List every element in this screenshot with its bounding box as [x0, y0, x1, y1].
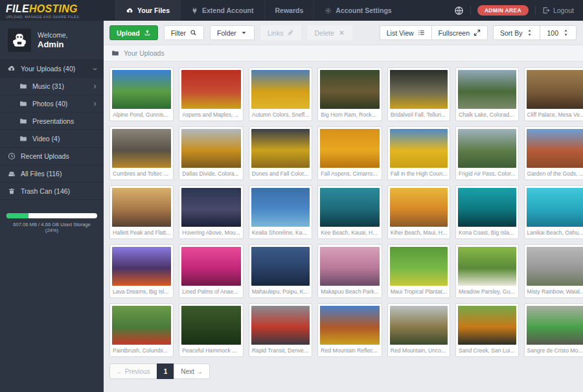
upload-card[interactable]: Sand Creek, San Lui... — [455, 303, 518, 357]
upload-card[interactable]: Chalk Lake, Colorad... — [455, 67, 518, 121]
folder-icon — [19, 82, 27, 90]
upload-card[interactable]: Frigid Air Pass, Color... — [455, 126, 518, 180]
upload-card[interactable]: Dallas Divide, Colora... — [179, 126, 243, 180]
upload-card[interactable]: Cumbres and Toltec ... — [109, 126, 174, 180]
upload-card[interactable]: Autumn Colors, Sneff... — [249, 67, 313, 121]
upload-card[interactable]: Red Mountain, Unco... — [387, 303, 450, 357]
upload-title: Kihei Beach, Maui, H... — [390, 227, 448, 236]
upload-card[interactable]: Alpine Pond, Gunnis... — [109, 67, 174, 121]
sidebar-item-label: Photos (40) — [32, 100, 67, 108]
upload-title: Kona Coast, Big Isla... — [458, 227, 516, 236]
sidebar-menu-item[interactable]: Presentations — [0, 113, 104, 130]
toolbar-button[interactable]: Delete — [307, 25, 352, 40]
upload-card[interactable]: Red Mountain Reflec... — [317, 303, 382, 357]
upload-thumbnail — [320, 188, 379, 227]
upload-card[interactable]: Rapid Transit, Denve... — [249, 303, 313, 357]
app-logo[interactable]: FILEHOSTING UPLOAD, MANAGE AND SHARE FIL… — [0, 0, 104, 21]
upload-card[interactable]: Lined Palms of Anae... — [179, 244, 243, 298]
toolbar-button[interactable]: Folder — [210, 25, 255, 40]
upload-thumbnail — [181, 70, 240, 109]
upload-card[interactable]: Kealia Shoreline, Ka... — [249, 185, 313, 239]
upload-thumbnail — [251, 247, 310, 286]
upload-card[interactable]: Misty Rainbow, Waial... — [524, 244, 583, 298]
upload-card[interactable]: Paintbrush, Columbi... — [109, 303, 174, 357]
upload-card[interactable]: Kona Coast, Big Isla... — [455, 185, 518, 239]
upload-card[interactable]: Mahaulepu, Poipu, K... — [249, 244, 313, 298]
toolbar-button[interactable]: Upload — [109, 25, 158, 40]
nav-item[interactable]: Extend Account — [180, 0, 264, 21]
nav-item-label: Extend Account — [202, 6, 254, 14]
sidebar-menu-item[interactable]: Recent Uploads — [0, 148, 104, 165]
toolbar-button[interactable]: Filter — [164, 25, 204, 40]
upload-card[interactable]: Aspens and Maples, ... — [179, 67, 243, 121]
sidebar-menu-item[interactable]: Photos (40) — [0, 95, 104, 113]
upload-title: Lava Dreams, Big Isl... — [112, 286, 171, 295]
toolbar-button-label: Sort By — [500, 29, 522, 37]
upload-title: Kealia Shoreline, Ka... — [251, 227, 310, 236]
upload-card[interactable]: Kee Beach, Kauai, H... — [317, 185, 382, 239]
upload-thumbnail — [527, 129, 583, 168]
upload-card[interactable]: Hallett Peak and Flatt... — [109, 185, 174, 239]
upload-thumbnail — [320, 306, 379, 345]
sidebar-menu-item[interactable]: Video (4) — [0, 130, 104, 148]
sort-icon — [526, 29, 533, 36]
upload-card[interactable]: Meadow Parsley, Gu... — [455, 244, 518, 298]
x-icon — [338, 29, 345, 36]
upload-title: Rapid Transit, Denve... — [251, 345, 310, 354]
upload-title: Red Mountain Reflec... — [320, 345, 379, 354]
admin-area-badge[interactable]: ADMIN AREA — [477, 5, 529, 16]
storage-label: 607.06 MB / 4.66 GB Used Storage (24%) — [6, 222, 97, 233]
clock-icon — [8, 152, 16, 160]
upload-thumbnail — [320, 247, 379, 286]
pagination-previous-button[interactable]: ← Previous — [109, 363, 157, 379]
upload-card[interactable]: Garden of the Gods, ... — [524, 126, 583, 180]
pagination-next-button[interactable]: Next → — [174, 363, 209, 379]
sidebar-menu-item[interactable]: All Files (116) — [0, 165, 104, 183]
language-globe-icon[interactable] — [454, 6, 464, 16]
upload-card[interactable]: Dunes and Fall Color... — [249, 126, 313, 180]
toolbar-button[interactable]: Links — [260, 25, 302, 40]
cloud-upload-icon — [8, 65, 16, 73]
upload-title: Sand Creek, San Lui... — [458, 345, 516, 354]
upload-thumbnail — [458, 70, 516, 109]
drive-icon — [8, 170, 16, 178]
nav-item-label: Account Settings — [336, 6, 391, 14]
toolbar-button[interactable]: 100 — [540, 25, 577, 40]
upload-card[interactable]: Hovering Above, Mou... — [179, 185, 243, 239]
toolbar-button[interactable]: List View — [380, 25, 432, 40]
upload-card[interactable]: Cliff Palace, Mesa Ve... — [524, 67, 583, 121]
upload-card[interactable]: Kihei Beach, Maui, H... — [387, 185, 450, 239]
upload-title: Chalk Lake, Colorad... — [458, 109, 516, 119]
nav-item[interactable]: Rewards — [264, 0, 314, 21]
upload-card[interactable]: Peaceful Hammock ... — [179, 303, 243, 357]
sidebar-menu-item[interactable]: Your Uploads (40) — [0, 60, 104, 78]
nav-item[interactable]: Account Settings — [314, 0, 402, 21]
sort-icon — [562, 29, 569, 36]
upload-thumbnail — [181, 188, 240, 227]
nav-item[interactable]: Your Files — [115, 0, 180, 21]
pagination-page-1-button[interactable]: 1 — [157, 363, 175, 379]
upload-thumbnail — [527, 306, 583, 345]
upload-title: Meadow Parsley, Gu... — [458, 286, 516, 295]
upload-title: Hovering Above, Mou... — [181, 227, 240, 236]
upload-card[interactable]: Makapuu Beach Park... — [317, 244, 382, 298]
upload-card[interactable]: Fall Aspens, Cimarro... — [317, 126, 382, 180]
upload-card[interactable]: Bridalveil Fall, Telluri... — [387, 67, 450, 121]
logout-button[interactable]: Logout — [542, 6, 574, 14]
upload-card[interactable]: Lanikai Beach, Oahu... — [524, 185, 583, 239]
caret-down-icon — [240, 29, 247, 36]
upload-card[interactable]: Sangre de Cristo Mo... — [524, 303, 583, 357]
sidebar-menu-item[interactable]: Music (31) — [0, 78, 104, 95]
toolbar-button[interactable]: Sort By — [493, 25, 540, 40]
upload-card[interactable]: Big Horn Ram, Rock... — [317, 67, 382, 121]
upload-card[interactable]: Fall in the High Coun... — [387, 126, 450, 180]
sidebar: Welcome, Admin Your Uploads (40) Music (… — [0, 21, 104, 392]
gear-icon — [325, 7, 332, 14]
search-icon — [190, 29, 197, 36]
upload-card[interactable]: Maui Tropical Plantat... — [387, 244, 450, 298]
upload-title: Misty Rainbow, Waial... — [527, 286, 583, 295]
upload-card[interactable]: Lava Dreams, Big Isl... — [109, 244, 174, 298]
toolbar-button[interactable]: Fullscreen — [431, 25, 488, 40]
sidebar-menu-item[interactable]: Trash Can (146) — [0, 183, 104, 200]
list-icon — [418, 29, 425, 36]
